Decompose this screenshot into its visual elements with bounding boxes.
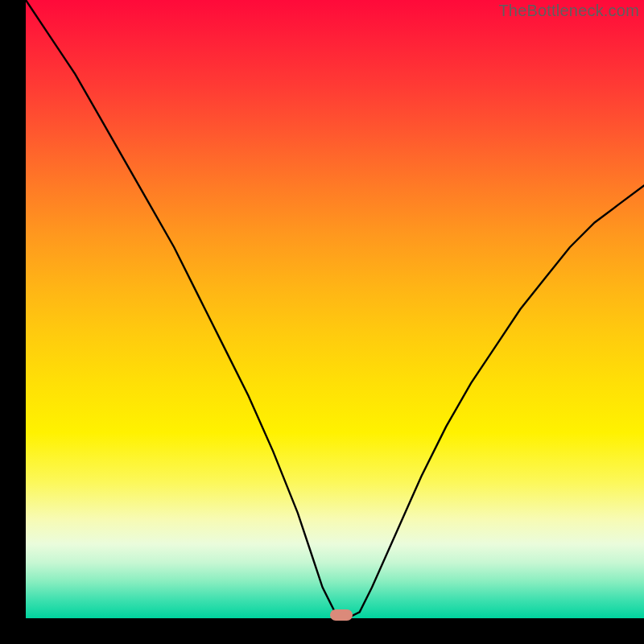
optimal-marker [330, 609, 353, 621]
chart-frame: TheBottleneck.com [0, 0, 644, 644]
bottleneck-curve [26, 0, 644, 618]
curve-path [26, 0, 644, 618]
plot-area: TheBottleneck.com [26, 0, 644, 618]
